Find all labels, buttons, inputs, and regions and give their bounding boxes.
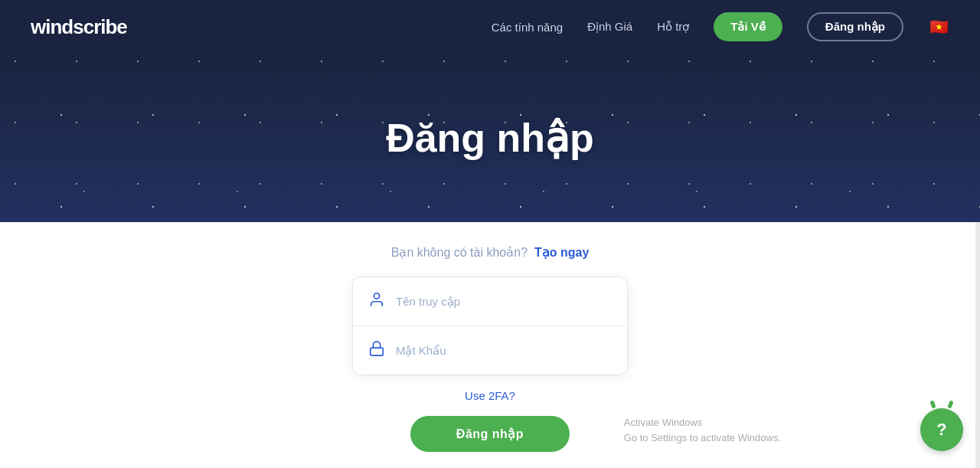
- user-icon: [368, 291, 385, 312]
- password-field: [353, 326, 627, 375]
- nav: Các tính năng Định Giá Hỗ trợ Tải Về Đăn…: [492, 12, 949, 41]
- username-field: [353, 277, 627, 326]
- create-account-link[interactable]: Tạo ngay: [534, 246, 589, 259]
- activate-line1: Activate Windows: [624, 415, 781, 430]
- username-input[interactable]: [396, 295, 612, 308]
- logo: windscribe: [31, 15, 127, 39]
- activate-line2: Go to Settings to activate Windows.: [624, 430, 781, 446]
- twofa-link[interactable]: Use 2FA?: [465, 389, 515, 402]
- svg-point-0: [374, 293, 379, 299]
- download-button[interactable]: Tải Về: [714, 12, 782, 41]
- lock-icon: [368, 340, 385, 361]
- chat-icon: ?: [936, 420, 946, 440]
- account-prompt: Bạn không có tài khoản? Tạo ngay: [391, 245, 590, 260]
- svg-rect-1: [371, 348, 384, 355]
- nav-support[interactable]: Hỗ trợ: [657, 20, 689, 34]
- password-input[interactable]: [396, 344, 612, 357]
- twofa-prompt: Use 2FA?: [465, 389, 515, 402]
- header: windscribe Các tính năng Định Giá Hỗ trợ…: [0, 0, 980, 54]
- login-button-nav[interactable]: Đăng nhập: [807, 12, 903, 41]
- hero-section: Đăng nhập: [0, 54, 980, 222]
- chat-button[interactable]: ?: [920, 408, 963, 451]
- nav-features[interactable]: Các tính năng: [492, 21, 563, 34]
- submit-button[interactable]: Đăng nhập: [410, 416, 570, 452]
- language-flag[interactable]: 🇻🇳: [928, 19, 949, 34]
- activate-windows-notice: Activate Windows Go to Settings to activ…: [624, 415, 781, 445]
- main-content: Bạn không có tài khoản? Tạo ngay Us: [0, 222, 980, 467]
- account-prompt-text: Bạn không có tài khoản?: [391, 246, 528, 259]
- hero-title: Đăng nhập: [386, 115, 594, 161]
- nav-pricing[interactable]: Định Giá: [587, 20, 632, 34]
- login-form-card: [352, 277, 628, 375]
